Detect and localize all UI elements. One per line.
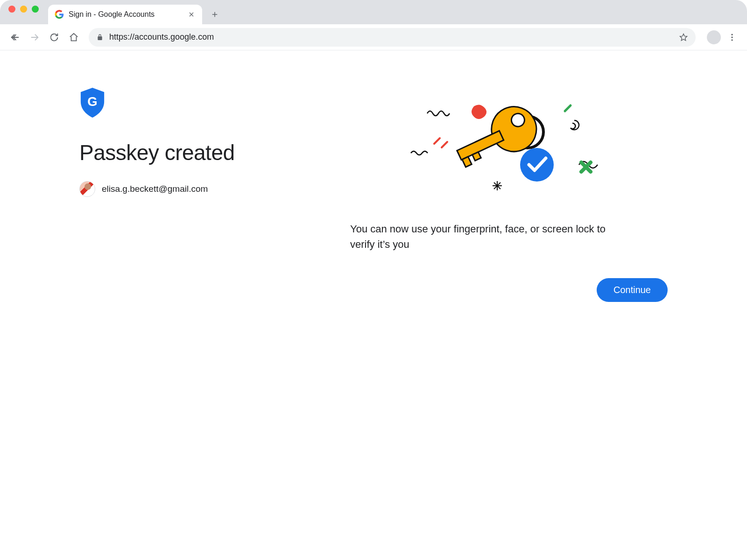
new-tab-button[interactable] — [207, 7, 223, 22]
svg-point-1 — [731, 36, 733, 38]
right-column: You can now use your fingerprint, face, … — [350, 88, 668, 302]
description-text: You can now use your fingerprint, face, … — [350, 221, 612, 252]
svg-line-6 — [565, 105, 571, 111]
tab-close-button[interactable] — [187, 10, 196, 19]
account-email: elisa.g.beckett@gmail.com — [102, 184, 208, 194]
window-close-button[interactable] — [8, 6, 15, 13]
lock-icon — [96, 34, 104, 41]
address-bar[interactable]: https://accounts.google.com — [89, 28, 696, 47]
forward-button[interactable] — [26, 29, 43, 46]
window-minimize-button[interactable] — [20, 6, 27, 13]
bookmark-star-icon[interactable] — [679, 33, 688, 42]
page-headline: Passkey created — [79, 140, 322, 165]
home-button[interactable] — [65, 29, 82, 46]
svg-rect-17 — [462, 157, 472, 167]
window-maximize-button[interactable] — [32, 6, 39, 13]
tab-title: Sign in - Google Accounts — [69, 10, 183, 19]
svg-line-5 — [442, 142, 447, 147]
left-column: G Passkey created elisa.g.beckett@gmail.… — [79, 88, 322, 302]
profile-button[interactable] — [707, 30, 721, 44]
tab-strip: Sign in - Google Accounts — [0, 0, 747, 24]
page-content: G Passkey created elisa.g.beckett@gmail.… — [0, 50, 747, 339]
browser-tab[interactable]: Sign in - Google Accounts — [48, 5, 202, 24]
reload-button[interactable] — [46, 29, 63, 46]
svg-point-19 — [520, 148, 554, 182]
passkey-illustration — [350, 92, 668, 204]
continue-button[interactable]: Continue — [597, 278, 668, 302]
google-shield-icon: G — [79, 88, 106, 118]
back-button[interactable] — [7, 29, 23, 46]
svg-text:G: G — [87, 94, 97, 109]
svg-line-4 — [434, 138, 440, 144]
avatar-icon — [79, 181, 95, 197]
account-chip[interactable]: elisa.g.beckett@gmail.com — [79, 181, 322, 197]
svg-point-2 — [731, 39, 733, 41]
browser-toolbar: https://accounts.google.com — [0, 24, 747, 50]
window-controls — [8, 0, 48, 24]
browser-window: Sign in - Google Accounts https://accoun… — [0, 0, 747, 560]
svg-point-0 — [731, 34, 733, 35]
google-favicon-icon — [55, 10, 64, 19]
browser-menu-button[interactable] — [724, 29, 740, 46]
url-text: https://accounts.google.com — [109, 32, 673, 42]
button-row: Continue — [350, 278, 668, 302]
